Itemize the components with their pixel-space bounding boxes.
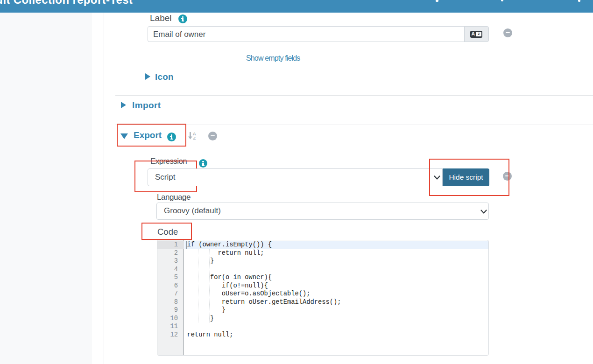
svg-text:Z: Z bbox=[193, 135, 196, 140]
